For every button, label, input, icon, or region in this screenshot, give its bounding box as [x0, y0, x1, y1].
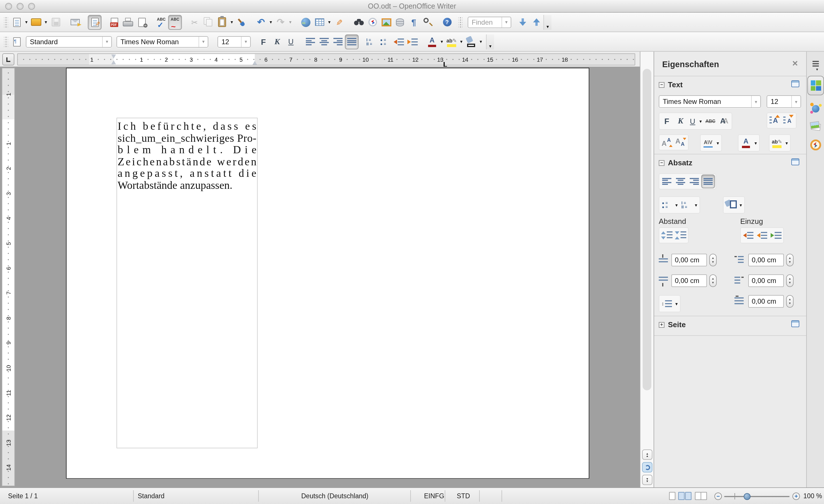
document-text[interactable]: Ich befürchte, dass es sich_um_ein_schwi… — [117, 118, 257, 191]
minimize-window-button[interactable] — [17, 3, 23, 10]
zoom-in-button[interactable]: + — [793, 493, 800, 500]
page-count-status[interactable]: Seite 1 / 1 — [8, 488, 38, 504]
insert-table-button[interactable] — [313, 15, 326, 29]
align-left-button[interactable] — [304, 34, 317, 49]
strikethrough-button[interactable]: ABC — [704, 114, 717, 128]
collapse-icon[interactable]: − — [659, 160, 664, 166]
decrease-spacing-button[interactable] — [674, 228, 688, 242]
tab-stop-selector[interactable] — [2, 54, 14, 66]
indent-marker-left[interactable] — [111, 55, 116, 64]
paragraph-background-dropdown[interactable]: ▼ — [478, 34, 484, 49]
paragraph-section-header[interactable]: − Absatz — [659, 159, 692, 167]
chevron-down-icon[interactable]: ▼ — [502, 17, 511, 27]
font-color-button[interactable]: A — [425, 34, 439, 49]
zoom-out-button[interactable]: − — [714, 493, 722, 500]
sidebar-bullet-list-button[interactable]: ● ≡● ≡ — [660, 198, 674, 212]
format-paintbrush-button[interactable] — [235, 15, 248, 29]
sidebar-increase-indent-button[interactable] — [741, 228, 755, 242]
toolbar-overflow-button[interactable]: ▼ — [486, 34, 494, 49]
spacing-below-stepper[interactable]: ▲▼ — [709, 274, 717, 287]
edit-file-button[interactable]: ✎ — [88, 15, 102, 29]
line-spacing-button[interactable]: ↕ — [660, 297, 674, 311]
sidebar-font-size-combo[interactable]: 12 ▼ — [766, 95, 801, 108]
numbered-list-button[interactable]: I ≡II ≡ — [365, 34, 378, 49]
expand-icon[interactable]: + — [659, 322, 664, 327]
insert-mode-status[interactable]: EINFG — [424, 488, 444, 504]
chevron-down-icon[interactable]: ▼ — [241, 36, 250, 47]
zoom-window-button[interactable] — [28, 3, 35, 10]
highlight-button[interactable]: ab✎ — [445, 34, 458, 49]
email-button[interactable] — [68, 15, 82, 29]
toolbar-grip[interactable] — [4, 35, 8, 48]
chevron-down-icon[interactable]: ▼ — [751, 96, 760, 107]
table-dropdown[interactable]: ▼ — [326, 15, 332, 29]
underline-button[interactable]: U — [284, 34, 298, 49]
multi-page-view-button[interactable] — [678, 492, 692, 500]
language-status[interactable]: Deutsch (Deutschland) — [301, 488, 369, 504]
decrease-indent-button[interactable] — [392, 34, 406, 49]
paragraph-dialog-launcher-icon[interactable] — [791, 159, 799, 165]
page-preview-button[interactable] — [135, 15, 148, 29]
vertical-scrollbar[interactable]: ▲▲ ▼▼ — [640, 52, 653, 487]
sidebar-font-color-button[interactable]: A — [739, 136, 753, 150]
spacing-above-field[interactable]: 0,00 cm — [672, 254, 707, 266]
navigator-button[interactable] — [366, 15, 379, 29]
hyperlink-button[interactable]: ∞ — [299, 15, 313, 29]
line-spacing-dropdown[interactable]: ▼ — [674, 296, 680, 311]
sidebar-align-left-button[interactable] — [660, 175, 674, 188]
grow-font-button[interactable]: A — [768, 114, 782, 127]
chevron-down-icon[interactable]: ▼ — [791, 96, 801, 107]
toolbar-grip[interactable] — [458, 16, 462, 28]
title-bar[interactable]: OO.odt – OpenOffice Writer — [0, 0, 824, 13]
zoom-level-status[interactable]: 100 % — [803, 488, 822, 504]
save-button[interactable] — [49, 15, 63, 29]
paste-dropdown[interactable]: ▼ — [229, 15, 235, 29]
open-button[interactable] — [29, 15, 43, 29]
tab-navigator[interactable] — [809, 138, 823, 152]
tab-properties[interactable] — [807, 76, 824, 95]
shrink-font-button[interactable]: A — [782, 114, 795, 127]
zoom-slider-track[interactable] — [724, 496, 790, 497]
find-next-button[interactable] — [516, 15, 530, 29]
tab-styles[interactable] — [809, 101, 823, 115]
page[interactable]: Ich befürchte, dass es sich_um_ein_schwi… — [66, 68, 589, 479]
chevron-down-icon[interactable]: ▼ — [102, 36, 111, 47]
new-document-dropdown[interactable]: ▼ — [23, 15, 29, 29]
sidebar-font-name-combo[interactable]: Times New Roman ▼ — [659, 95, 761, 108]
highlight-dropdown[interactable]: ▼ — [784, 135, 790, 150]
export-pdf-button[interactable]: PDF — [107, 15, 121, 29]
bold-button[interactable]: F — [256, 34, 270, 49]
zoom-slider-thumb[interactable] — [744, 493, 750, 500]
page-section-header[interactable]: + Seite — [659, 320, 686, 329]
spellcheck-button[interactable]: ABC✓ — [154, 15, 168, 29]
sidebar-paragraph-background-button[interactable] — [724, 198, 738, 212]
font-size-combo[interactable]: 12 ▼ — [217, 36, 251, 47]
cut-button[interactable]: ✂ — [188, 15, 201, 29]
paste-button[interactable] — [215, 15, 229, 29]
character-spacing-dropdown[interactable]: ▼ — [715, 135, 721, 150]
page-style-status[interactable]: Standard — [138, 488, 165, 504]
sidebar-numbered-list-button[interactable]: I ≡II ≡ — [680, 198, 693, 212]
sidebar-highlight-button[interactable]: ab✎ — [770, 136, 784, 150]
sidebar-bold-button[interactable]: F — [660, 114, 674, 128]
text-frame[interactable]: Ich befürchte, dass es sich_um_ein_schwi… — [116, 118, 258, 448]
sidebar-menu-button[interactable]: ▼ — [809, 59, 823, 73]
italic-button[interactable]: K — [270, 34, 284, 49]
indent-before-field[interactable]: 0,00 cm — [748, 254, 784, 266]
spacing-above-stepper[interactable]: ▲▼ — [709, 254, 717, 266]
scrollbar-thumb[interactable] — [643, 69, 651, 390]
gallery-button[interactable] — [379, 15, 393, 29]
indent-after-stepper[interactable]: ▲▼ — [786, 274, 794, 287]
collapse-icon[interactable]: − — [659, 82, 664, 88]
single-page-view-button[interactable] — [669, 492, 676, 500]
numbered-list-dropdown[interactable]: ▼ — [693, 197, 699, 212]
formatting-marks-button[interactable]: ¶ — [407, 15, 421, 29]
open-dropdown[interactable]: ▼ — [43, 15, 49, 29]
increase-spacing-button[interactable] — [660, 228, 674, 242]
font-color-dropdown[interactable]: ▼ — [753, 135, 758, 150]
superscript-button[interactable]: AA — [660, 135, 674, 149]
paragraph-background-button[interactable] — [464, 34, 478, 49]
indent-before-stepper[interactable]: ▲▼ — [786, 254, 794, 266]
first-line-indent-field[interactable]: 0,00 cm — [748, 295, 784, 308]
undo-button[interactable]: ↶ — [254, 15, 268, 29]
